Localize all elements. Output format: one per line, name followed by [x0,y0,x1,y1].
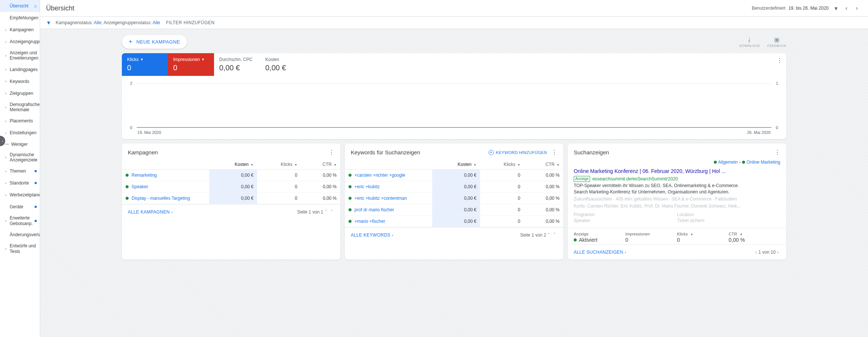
metric-tile[interactable]: Klicks▼0 [122,53,168,76]
new-campaign-button[interactable]: + NEUE KAMPAGNE [122,35,187,49]
filter-icon[interactable]: ▼ [46,20,51,26]
date-range-label: Benutzerdefiniert [752,6,786,11]
keywords-pager-up-icon[interactable]: ˄ [548,232,550,238]
breadcrumb-campaign[interactable]: Allgemein [718,160,738,165]
table-row[interactable]: Remarketing0,00 €00,00 % [122,170,340,181]
sidebar-item[interactable]: ›Demografische Merkmale [0,99,40,115]
sidebar-item[interactable]: ›Dynamische Anzeigenziele [0,150,40,166]
ad-stat-clicks: Klicks ▼ 0 [677,232,729,243]
row-name-link[interactable]: Speaker [132,184,148,189]
ads-pager-next-icon[interactable]: › [777,249,779,255]
all-campaigns-link[interactable]: ALLE KAMPAGNEN› [128,209,173,215]
status-dot-icon [742,161,745,164]
col-kosten[interactable]: Kosten ▼ [209,160,257,170]
sidebar-item[interactable]: ›Placements [0,115,40,127]
sidebar-less-toggle[interactable]: Weniger [0,139,40,150]
ad-stat-ctr: CTR ▼ 0,00 % [729,232,780,243]
keywords-panel: Keywords für Suchanzeigen + KEYWORD HINZ… [345,144,563,260]
campaigns-pager-up-icon[interactable]: ˄ [325,209,327,215]
indicator-dot-icon [35,206,37,208]
row-name-link[interactable]: +eric +kubitz +contentman [354,196,407,201]
sidebar-item[interactable]: ›Anzeigen und Erweiterungen [0,48,40,64]
campaigns-pager-text: Seite 1 von 1 [297,209,323,215]
ad-desc-1: TOP-Speaker vermitteln ihr Wissen zu SEO… [574,183,780,189]
ad-preview[interactable]: Online Marketing Konferenz | 06. Februar… [568,168,786,228]
date-next-icon[interactable]: › [852,3,862,13]
sidebar-item[interactable]: ›Standorte [0,177,40,189]
table-row[interactable]: +mario +fischer0,00 €00,00 % [345,216,563,227]
metric-label: Durchschn. CPC [219,57,255,62]
sidebar-item[interactable]: ›Kampagnen [0,24,40,36]
keywords-pager-down-icon[interactable]: ˅ [553,232,556,238]
campaigns-pager-down-icon[interactable]: ˅ [330,209,333,215]
add-filter-button[interactable]: FILTER HINZUFÜGEN [166,20,215,25]
date-dropdown-icon[interactable]: ▾ [831,3,841,13]
sidebar-item-label: Übersicht [10,3,34,9]
status-dot-icon [349,197,352,200]
sidebar-item[interactable]: ›Erweiterte Gebotsanp. [0,213,40,229]
keywords-menu-icon[interactable]: ⋮ [551,149,557,156]
breadcrumb-adgroup[interactable]: Online Marketing [746,160,780,165]
sidebar-item[interactable]: Empfehlungen [0,12,40,24]
sidebar-item-label: Änderungsverlauf [10,232,40,237]
sidebar-item[interactable]: ›Einstellungen [0,127,40,139]
chevron-right-icon: › [5,79,9,83]
indicator-dot-icon [35,170,37,172]
col-ctr[interactable]: CTR ▼ [301,160,340,170]
metric-tile[interactable]: Kosten0,00 € [260,53,306,76]
sidebar-item[interactable]: ›Landingpages [0,64,40,76]
all-ads-link[interactable]: ALLE SUCHANZEIGEN› [574,250,626,255]
search-ads-panel: Suchanzeigen ⋮ Allgemein › Online Market… [568,144,786,260]
row-name-link[interactable]: Display - manuelles Targeting [132,196,190,201]
kw-col-kosten[interactable]: Kosten ▼ [432,160,480,170]
sidebar-item[interactable]: ›Keywords [0,76,40,87]
status-dot-icon [126,197,129,200]
table-row[interactable]: +eric +kubitz0,00 €00,00 % [345,181,563,193]
sidebar-item[interactable]: ›Zielgruppen [0,87,40,99]
date-prev-icon[interactable]: ‹ [841,3,852,13]
col-klicks[interactable]: Klicks ▼ [257,160,301,170]
sidebar-item-label: Erweiterte Gebotsanp. [10,215,35,226]
sidebar-item-label: Placements [10,118,37,123]
table-row[interactable]: Speaker0,00 €00,00 % [122,181,340,193]
sidebar-item[interactable]: Geräte [0,201,40,213]
sidebar-item[interactable]: ›Entwürfe und Tests [0,241,40,257]
table-row[interactable]: +eric +kubitz +contentman0,00 €00,00 % [345,193,563,204]
campaigns-menu-icon[interactable]: ⋮ [328,149,334,156]
row-name-link[interactable]: Remarketing [132,173,157,178]
sidebar-item[interactable]: Übersicht⌂ [0,0,40,12]
metric-tile[interactable]: Durchschn. CPC0,00 € [214,53,260,76]
add-keyword-button[interactable]: + KEYWORD HINZUFÜGEN [489,150,547,155]
all-keywords-link[interactable]: ALLE KEYWORDS› [351,232,393,238]
row-name-link[interactable]: +eric +kubitz [354,184,380,189]
row-name-link[interactable]: +mario +fischer [354,219,385,224]
sidebar-item[interactable]: Änderungsverlauf [0,229,40,241]
kw-col-klicks[interactable]: Klicks ▼ [480,160,524,170]
ads-pager-text: 1 von 10 [758,250,775,255]
table-row[interactable]: prof dr mario fischer0,00 €00,00 % [345,204,563,216]
kw-col-ctr[interactable]: CTR ▼ [524,160,563,170]
campaigns-table: Kosten ▼ Klicks ▼ CTR ▼ Remarketing0,00 … [122,160,340,204]
ads-pager-prev-icon[interactable]: ‹ [755,249,757,255]
chevron-right-icon: › [5,119,9,123]
status-dot-icon [574,238,577,241]
sidebar-item[interactable]: ›Werbezeitplaner [0,189,40,201]
page-title: Übersicht [46,4,74,12]
table-row[interactable]: +carsten +richter +google0,00 €00,00 % [345,170,563,181]
metric-tile[interactable]: Impressionen▼0 [168,53,214,76]
row-name-link[interactable]: prof dr mario fischer [354,207,394,212]
download-button[interactable]: ⭳ DOWNLOAD [739,36,760,48]
chevron-right-icon: › [5,67,9,71]
table-row[interactable]: Display - manuelles Targeting0,00 €00,00… [122,193,340,204]
filter-status-text[interactable]: Kampagnenstatus: Alle; Anzeigengruppenst… [56,20,160,25]
sidebar-item[interactable]: ›Anzeigengruppen [0,36,40,48]
sidebar-item-label: Anzeigengruppen [10,39,40,44]
feedback-button[interactable]: ▣ FEEDBACK [767,36,786,48]
metrics-menu-icon[interactable]: ⋮ [777,57,783,64]
ads-menu-icon[interactable]: ⋮ [774,149,780,156]
row-name-link[interactable]: +carsten +richter +google [354,173,405,178]
sidebar-item[interactable]: ›Themen [0,165,40,177]
date-range-value[interactable]: 19. bis 26. Mai 2020 [788,6,829,11]
topbar: Übersicht Benutzerdefiniert 19. bis 26. … [40,0,868,17]
ad-display-url: eosearchsummit.de/eoSearchSummit/2020 [592,176,678,182]
